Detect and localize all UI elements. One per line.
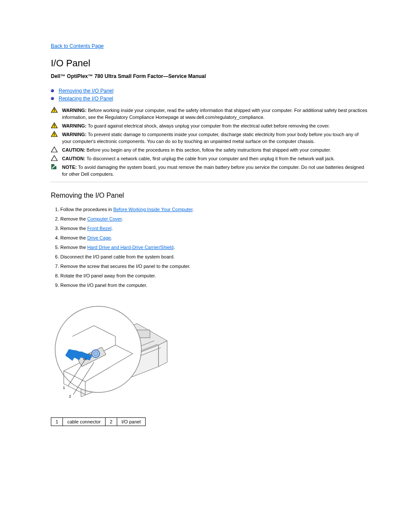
warning-1-label: WARNING: — [62, 108, 87, 113]
svg-rect-2 — [54, 124, 54, 127]
warning-3: WARNING: To prevent static damage to com… — [51, 131, 368, 145]
callout-1: 1 — [63, 386, 65, 390]
step-5-link[interactable]: Hard Drive and Hard-Drive Carrier/Shield — [87, 245, 174, 250]
warning-2: WARNING: To guard against electrical sho… — [51, 122, 368, 129]
step-2: Remove the Computer Cover. — [60, 215, 368, 223]
warning-icon — [51, 131, 58, 137]
warning-1: WARNING: Before working inside your comp… — [51, 107, 368, 121]
back-link[interactable]: Back to Contents Page — [51, 43, 368, 49]
step-5: Remove the Hard Drive and Hard-Drive Car… — [60, 243, 368, 251]
caution-icon — [51, 155, 58, 161]
step-1-link[interactable]: Before Working Inside Your Computer — [113, 207, 193, 212]
legend-2-text: I/O panel — [117, 418, 145, 426]
legend-1-num: 1 — [51, 418, 63, 426]
step-8: Rotate the I/O panel away from the compu… — [60, 272, 368, 280]
callout-2: 2 — [69, 394, 71, 398]
caution-1-text: Before you begin any of the procedures i… — [87, 147, 331, 152]
caution-2-label: CAUTION: — [62, 156, 85, 161]
figure-legend: 1 cable connector 2 I/O panel — [51, 417, 146, 426]
step-7: Remove the screw that secures the I/O pa… — [60, 262, 368, 270]
toc-link-replacing[interactable]: Replacing the I/O Panel — [59, 96, 113, 102]
svg-rect-3 — [54, 127, 54, 127]
step-1: Follow the procedures in Before Working … — [60, 205, 368, 213]
section-removing-title: Removing the I/O Panel — [51, 192, 368, 199]
note-icon — [51, 164, 58, 170]
step-2-link[interactable]: Computer Cover — [87, 216, 121, 221]
warning-2-label: WARNING: — [62, 123, 87, 128]
warning-icon — [51, 107, 58, 113]
svg-rect-5 — [54, 135, 54, 136]
separator — [51, 182, 368, 182]
step-3: Remove the Front Bezel. — [60, 224, 368, 232]
svg-rect-1 — [54, 111, 54, 112]
step-4-link[interactable]: Drive Cage — [87, 235, 111, 240]
warning-3-label: WARNING: — [62, 132, 87, 137]
step-9: Remove the I/O panel from the computer. — [60, 281, 368, 289]
legend-1-text: cable connector — [63, 418, 106, 426]
figure-io-panel: 1 2 — [51, 298, 368, 414]
step-6: Disconnect the I/O panel cable from the … — [60, 253, 368, 261]
caution-icon — [51, 146, 58, 152]
svg-point-19 — [93, 352, 98, 356]
svg-rect-4 — [54, 133, 54, 135]
caution-2-text: To disconnect a network cable, first unp… — [87, 156, 335, 161]
svg-rect-0 — [54, 109, 54, 111]
note-1-label: NOTE: — [62, 165, 77, 170]
caution-2: CAUTION: To disconnect a network cable, … — [51, 155, 368, 162]
steps-list: Follow the procedures in Before Working … — [51, 205, 368, 289]
toc-list: Removing the I/O Panel Replacing the I/O… — [51, 87, 368, 103]
caution-1: CAUTION: Before you begin any of the pro… — [51, 146, 368, 153]
warning-2-text: To guard against electrical shock, alway… — [88, 123, 330, 128]
warning-3-text: To prevent static damage to components i… — [62, 132, 358, 144]
step-4: Remove the Drive Cage. — [60, 234, 368, 242]
note-1: NOTE: To avoid damaging the system board… — [51, 164, 368, 177]
page-subtitle: Dell™ OptiPlex™ 780 Ultra Small Form Fac… — [51, 73, 368, 79]
legend-2-num: 2 — [105, 418, 117, 426]
warning-icon — [51, 122, 58, 128]
note-1-text: To avoid damaging the system board, you … — [62, 165, 364, 177]
page-title: I/O Panel — [51, 58, 368, 69]
caution-1-label: CAUTION: — [62, 147, 85, 152]
step-3-link[interactable]: Front Bezel — [87, 226, 111, 231]
toc-link-removing[interactable]: Removing the I/O Panel — [59, 88, 113, 94]
warning-1-text: Before working inside your computer, rea… — [62, 108, 367, 120]
